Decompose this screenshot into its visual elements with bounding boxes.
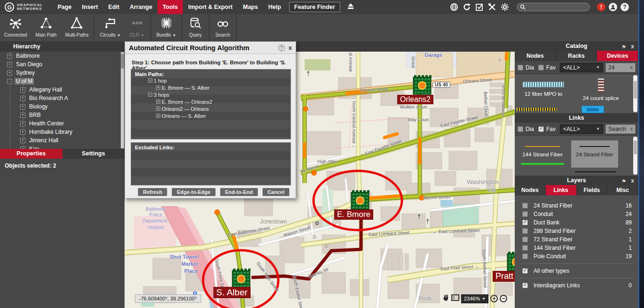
expander-icon[interactable]: + (20, 87, 25, 92)
clear-icon[interactable]: x (630, 126, 633, 131)
layer-checkbox[interactable] (522, 237, 528, 242)
layer-checkbox[interactable] (522, 268, 528, 274)
expander-icon[interactable]: − (148, 92, 152, 97)
tree-item-health-center[interactable]: +Health Center (0, 119, 125, 128)
blue-connector-image[interactable] (581, 106, 604, 113)
close-icon[interactable]: x (631, 42, 634, 51)
menu-item-edit[interactable]: Edit (103, 0, 125, 14)
tree-item-hornbake-library[interactable]: +Hornbake Library (0, 128, 125, 136)
links-search-input[interactable]: Searchx (605, 124, 636, 134)
layers-tab-links[interactable]: Links (546, 185, 577, 195)
menu-item-import-export[interactable]: Import & Export (183, 0, 237, 14)
layer-checkbox[interactable] (522, 228, 528, 234)
menu-item-tools[interactable]: Tools (157, 0, 183, 14)
zoom-out-button[interactable]: − (500, 295, 507, 302)
link-item-24-selected[interactable]: 24 Strand Fiber (571, 140, 618, 168)
tree-item-san-diego[interactable]: +San Diego (0, 60, 125, 69)
catalog-tab-nodes[interactable]: Nodes (515, 51, 556, 61)
expander-icon[interactable]: + (156, 85, 160, 90)
pin-icon[interactable]: ⚑ (621, 42, 626, 52)
tree-item-baltimore[interactable]: +Baltimore (0, 52, 125, 60)
expander-icon[interactable]: + (20, 121, 25, 126)
filter-dropdown[interactable]: <ALL>▼ (560, 124, 603, 134)
layers-tab-nodes[interactable]: Nodes (515, 185, 546, 195)
path-item-e-bmore-s-alber[interactable]: +E. Bmore — S. Alber (131, 84, 291, 91)
layers-tab-fields[interactable]: Fields (577, 185, 608, 195)
clear-icon[interactable]: x (630, 65, 633, 70)
path-item-e-bmore-orleans2[interactable]: +E. Bmore — Orleans2 (131, 98, 291, 105)
globe-icon[interactable] (449, 2, 459, 12)
expander-icon[interactable]: + (7, 62, 12, 67)
layer-checkbox[interactable] (522, 245, 528, 251)
gear-icon[interactable] (500, 2, 510, 12)
links-scrollbar[interactable] (633, 137, 637, 175)
tab-settings[interactable]: Settings (63, 149, 125, 159)
tree-item-key[interactable]: +Key (0, 145, 125, 149)
catalog-device-item[interactable]: 24 count splice (572, 74, 629, 101)
expander-icon[interactable]: − (148, 78, 152, 83)
toolbar-circuits-button[interactable]: Circuits▼ (95, 14, 125, 41)
zoom-level-dropdown[interactable]: 2346%▼ (461, 294, 488, 303)
catalog-tab-racks[interactable]: Racks (556, 51, 597, 61)
expander-icon[interactable]: + (20, 138, 25, 143)
yellow-cable-image[interactable] (516, 107, 558, 112)
toolbar-search-button[interactable]: Search (211, 14, 235, 41)
tools-icon[interactable] (487, 2, 497, 12)
refresh-icon[interactable] (462, 2, 471, 12)
dia-checkbox[interactable] (518, 65, 523, 70)
menu-item-help[interactable]: Help (263, 0, 286, 14)
tree-item-brb[interactable]: +BRB (0, 111, 125, 119)
checkbox-icon[interactable] (475, 2, 484, 12)
catalog-tab-devices[interactable]: Devices (597, 51, 638, 61)
expander-icon[interactable]: + (20, 104, 25, 109)
expander-icon[interactable]: + (156, 100, 160, 104)
toolbar-multi-paths-button[interactable]: Multi-Paths (61, 14, 93, 41)
toolbar-query-button[interactable]: Query (183, 14, 208, 41)
catalog-scrollbar[interactable] (633, 75, 637, 112)
edge-to-edge-button[interactable]: Edge-to-Edge (172, 188, 216, 196)
path-item-1-hop[interactable]: −1 hop (131, 77, 291, 84)
toolbar-bundle-button[interactable]: Bundle▼ (152, 14, 181, 41)
toolbar-connected-button[interactable]: Connected (0, 14, 31, 41)
tree-item-bio-research-a[interactable]: +Bio Research A (0, 94, 125, 102)
node-label-e-bmore[interactable]: E. Bmore (334, 209, 373, 220)
layer-checkbox[interactable] (522, 203, 528, 208)
feature-finder-button[interactable]: Feature Finder (289, 2, 340, 12)
layer-checkbox[interactable] (522, 254, 528, 259)
tree-item-sydney[interactable]: +Sydney (0, 69, 125, 77)
catalog-device-item[interactable]: 12 fiber MPO to (515, 74, 572, 97)
building-node-orleans2[interactable] (412, 74, 432, 98)
tab-properties[interactable]: Properties (0, 149, 63, 159)
path-item-orleans2-orleans[interactable]: +Orleans2 — Orleans (131, 105, 291, 112)
pan-hand-icon[interactable] (442, 294, 449, 303)
expander-icon[interactable]: + (20, 130, 25, 135)
dia-checkbox[interactable] (518, 126, 523, 132)
path-item-3-hops[interactable]: −3 hops (131, 91, 291, 98)
tree-item-u-of-m[interactable]: −U of M (0, 77, 125, 85)
hierarchy-scrollbar[interactable] (121, 52, 124, 148)
cancel-button[interactable]: Cancel (262, 188, 290, 196)
layer-checkbox[interactable] (522, 211, 528, 217)
tree-item-allegany-hall[interactable]: +Allegany Hall (0, 85, 125, 94)
layer-checkbox[interactable] (522, 283, 528, 288)
expander-icon[interactable]: + (7, 70, 12, 76)
layers-tab-misc[interactable]: Misc (607, 185, 638, 195)
marquee-zoom-icon[interactable] (451, 294, 459, 303)
menu-item-page[interactable]: Page (52, 0, 77, 14)
expander-icon[interactable]: + (20, 96, 25, 101)
expander-icon[interactable]: + (156, 107, 160, 111)
alert-icon[interactable]: ! (597, 3, 605, 11)
close-icon[interactable]: x (631, 176, 634, 185)
refresh-button[interactable]: Refresh (138, 188, 167, 196)
toolbar-main-path-button[interactable]: Main Path (31, 14, 61, 41)
expander-icon[interactable]: − (7, 79, 12, 84)
expander-icon[interactable]: + (20, 113, 25, 118)
layer-checkbox[interactable] (522, 220, 528, 225)
end-to-end-button[interactable]: End-to-End (220, 188, 258, 196)
node-label-orleans2[interactable]: Orleans2 (397, 95, 433, 104)
pin-icon[interactable]: ⚑ (621, 177, 626, 186)
expander-icon[interactable]: + (156, 114, 160, 118)
expander-icon[interactable]: + (7, 54, 12, 59)
menu-item-insert[interactable]: Insert (77, 0, 103, 14)
menu-item-maps[interactable]: Maps (238, 0, 263, 14)
